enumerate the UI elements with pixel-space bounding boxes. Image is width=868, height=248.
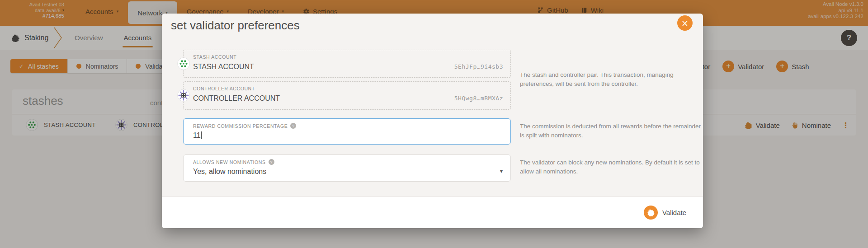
modal-footer: Validate <box>162 197 703 228</box>
help-text-nominations: The validator can block any new nominati… <box>520 158 703 176</box>
stash-account-field: STASH ACCOUNT STASH ACCOUNT 5EhJFp…9i4sb… <box>183 50 511 78</box>
controller-address: 5HQwg8…mBMXAz <box>454 95 503 102</box>
question-icon: ? <box>269 159 274 165</box>
nominations-dropdown[interactable]: ALLOWS NEW NOMINATIONS ? Yes, allow nomi… <box>183 154 511 182</box>
validate-star-icon <box>644 206 658 220</box>
controller-identicon <box>177 89 190 102</box>
nominations-value: Yes, allow nominations <box>193 168 266 176</box>
help-text-commission: The commission is deducted from all rewa… <box>520 122 703 140</box>
help-text-pair: The stash and controller pair. This tran… <box>520 70 703 88</box>
controller-field-value: CONTROLLER ACCOUNT <box>193 94 280 103</box>
chevron-down-icon: ▾ <box>500 168 503 174</box>
stash-field-value: STASH ACCOUNT <box>193 63 254 71</box>
set-validator-preferences-modal: set validator preferences × STASH ACCOUN… <box>162 14 703 228</box>
stash-identicon <box>177 57 190 70</box>
app-window: Avail Testnet 03 data-avail/6▾ #714,685 … <box>0 0 868 248</box>
validate-submit-button[interactable]: Validate <box>644 206 686 220</box>
commission-label: REWARD COMMISSION PERCENTAGE ? <box>193 123 296 129</box>
modal-title: set validator preferences <box>171 19 300 33</box>
commission-value: 11 <box>193 131 202 140</box>
stash-field-label: STASH ACCOUNT <box>193 54 236 60</box>
text-cursor <box>201 131 202 139</box>
question-icon: ? <box>290 123 296 129</box>
controller-account-field: CONTROLLER ACCOUNT CONTROLLER ACCOUNT 5H… <box>183 81 511 110</box>
nominations-label: ALLOWS NEW NOMINATIONS ? <box>193 159 274 165</box>
stash-address: 5EhJFp…9i4sb3 <box>454 63 503 70</box>
close-icon[interactable]: × <box>677 15 693 31</box>
controller-field-label: CONTROLLER ACCOUNT <box>193 86 255 91</box>
commission-input[interactable]: REWARD COMMISSION PERCENTAGE ? 11 <box>183 118 511 145</box>
